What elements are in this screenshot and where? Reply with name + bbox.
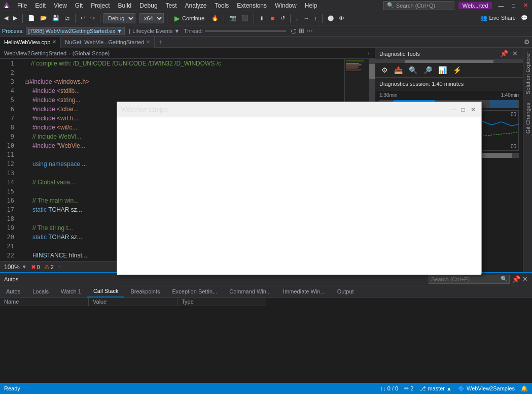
diag-settings2-btn[interactable]: ⚡	[451, 65, 464, 75]
toolbar-save-all[interactable]: 🗂	[62, 13, 72, 24]
lifecycle-btn[interactable]: |	[129, 28, 130, 34]
tab-autos[interactable]: Autos	[0, 285, 26, 298]
tab-watch1[interactable]: Watch 1	[55, 285, 87, 298]
menu-git[interactable]: Git	[71, 1, 87, 10]
menu-debug[interactable]: Debug	[135, 1, 161, 10]
menu-file[interactable]: File	[13, 1, 31, 10]
tab-nuget[interactable]: NuGet: WebVie...GettingStarted ✕	[61, 37, 155, 48]
error-filter-btn[interactable]: ↑	[58, 264, 61, 270]
process-dropdown[interactable]: [7988] WebView2GettingStarted.ex ▼	[26, 27, 125, 35]
autos-search-input[interactable]	[429, 275, 510, 284]
git-changes-tab[interactable]: Git Changes	[524, 98, 532, 138]
diag-pin-btn[interactable]: 📌	[499, 49, 509, 58]
continue-button[interactable]: ▶ Continue	[170, 13, 208, 23]
minimize-btn[interactable]: —	[496, 0, 506, 11]
debug-mode-dropdown[interactable]: Debug	[103, 13, 135, 23]
toolbar-open[interactable]: 📂	[38, 13, 49, 24]
toolbar-forward[interactable]: ▶	[11, 13, 19, 24]
call-stack-area[interactable]	[266, 298, 532, 394]
search-box[interactable]: 🔍 Search (Ctrl+Q)	[383, 1, 454, 10]
toolbar-icon3[interactable]: ⋯	[306, 27, 313, 35]
error-count[interactable]: ✖ 0	[31, 264, 40, 271]
error-icon: ✖	[31, 264, 36, 271]
close-btn[interactable]: ✕	[521, 0, 530, 11]
tab-nuget-close[interactable]: ✕	[146, 39, 150, 45]
architecture-dropdown[interactable]: x64	[139, 13, 164, 23]
live-share-btn[interactable]: 👥 Live Share	[478, 13, 518, 24]
toolbar-icon2[interactable]: ⊞	[299, 27, 304, 35]
breadcrumb-add[interactable]: +	[367, 49, 371, 57]
new-tab-btn[interactable]: +	[155, 39, 166, 46]
toolbar-save[interactable]: 💾	[50, 13, 61, 24]
stop-btn[interactable]: ⏹	[268, 13, 277, 24]
toolbar-icon1[interactable]: ⭯	[290, 27, 297, 35]
tab-locals[interactable]: Locals	[26, 285, 55, 298]
step-out[interactable]: ↑	[312, 13, 320, 24]
editor-tab-bar: HelloWebView.cpp ✕ NuGet: WebVie...Getti…	[0, 37, 532, 48]
step-into[interactable]: ↓	[294, 13, 301, 24]
toolbar-back[interactable]: ◀	[2, 13, 10, 24]
tab-hellowebview-label: HelloWebView.cpp	[4, 39, 50, 45]
webview-maximize-btn[interactable]: □	[459, 106, 467, 114]
warning-count[interactable]: ⚠ 2	[44, 264, 54, 271]
tab-hellowebview[interactable]: HelloWebView.cpp ✕	[0, 37, 61, 48]
diag-close-btn[interactable]: ✕	[511, 49, 519, 58]
breakpoints-btn[interactable]: ⬤	[326, 13, 336, 24]
status-branch[interactable]: ⎇ master ▲	[419, 385, 452, 392]
restart-btn[interactable]: ↺	[278, 13, 287, 24]
menu-build[interactable]: Build	[114, 1, 136, 10]
diag-export-btn[interactable]: 📤	[392, 65, 405, 75]
zoom-control[interactable]: 100% ▼	[4, 264, 27, 271]
watch-btn[interactable]: 👁	[337, 13, 346, 24]
diag-chart-btn[interactable]: 📊	[436, 65, 449, 75]
menu-analyze[interactable]: Analyze	[181, 1, 211, 10]
tab-exception-settings[interactable]: Exception Settin...	[166, 285, 224, 298]
thread-dropdown[interactable]	[205, 30, 286, 32]
menu-edit[interactable]: Edit	[31, 1, 50, 10]
menu-extensions[interactable]: Extensions	[233, 1, 271, 10]
toolbar-redo[interactable]: ↪	[88, 13, 97, 24]
breadcrumb-project[interactable]: WebView2GettingStarted	[4, 50, 66, 56]
menu-tools[interactable]: Tools	[210, 1, 233, 10]
menu-window[interactable]: Window	[271, 1, 301, 10]
tab-command-window[interactable]: Command Win...	[223, 285, 277, 298]
toolbar-new[interactable]: 📄	[26, 13, 37, 24]
tab-settings-btn[interactable]: ⚙	[522, 38, 532, 46]
tab-breakpoints[interactable]: Breakpoints	[124, 285, 166, 298]
tab-immediate-window[interactable]: Immediate Win...	[277, 285, 331, 298]
menu-project[interactable]: Project	[87, 1, 114, 10]
col-type: Type	[177, 298, 266, 306]
menu-help[interactable]: Help	[301, 1, 322, 10]
toolbar-step2[interactable]: ⬛	[239, 13, 251, 24]
step-over[interactable]: →	[302, 13, 311, 24]
account-badge[interactable]: Web...rted	[458, 2, 492, 9]
diag-settings-btn[interactable]: ⚙	[379, 65, 390, 75]
solution-explorer-tab[interactable]: Solution Explorer	[524, 48, 532, 98]
diag-scroll-indicator	[375, 60, 523, 63]
autos-pin-btn[interactable]: 📌	[512, 275, 520, 283]
tab-callstack[interactable]: Call Stack	[87, 285, 125, 298]
autos-close-btn[interactable]: ✕	[522, 275, 528, 283]
menu-test[interactable]: Test	[162, 1, 181, 10]
status-notification[interactable]: 🔔	[521, 385, 528, 392]
zoom-dropdown-icon: ▼	[22, 264, 27, 270]
webview-minimize-btn[interactable]: —	[449, 106, 457, 114]
toolbar-step-camera[interactable]: 📷	[227, 13, 238, 24]
toolbar-undo[interactable]: ↩	[79, 13, 87, 24]
webview-close-btn[interactable]: ✕	[469, 106, 477, 114]
toolbar: ◀ ▶ 📄 📂 💾 🗂 ↩ ↪ Debug x64 ▶ Continue 🔥 📷…	[0, 11, 532, 25]
lifecycle-events[interactable]: Lifecycle Events ▼	[132, 28, 180, 34]
tab-output[interactable]: Output	[331, 285, 360, 298]
status-solution[interactable]: 🔷 WebView2Samples	[458, 385, 515, 392]
diag-zoom-out-btn[interactable]: 🔎	[421, 65, 434, 75]
autos-table-area[interactable]: Name Value Type	[0, 298, 266, 394]
breadcrumb-scope[interactable]: (Global Scope)	[73, 50, 110, 56]
fire-btn[interactable]: 🔥	[209, 13, 221, 24]
tab-hellowebview-close[interactable]: ✕	[52, 39, 56, 45]
maximize-btn[interactable]: □	[510, 0, 517, 11]
diag-zoom-in-btn[interactable]: 🔍	[407, 65, 419, 75]
feedback-btn[interactable]: 💬	[519, 13, 530, 24]
pause-btn[interactable]: ⏸	[257, 13, 267, 24]
menu-bar: File Edit View Git Project Build Debug T…	[0, 0, 532, 11]
menu-view[interactable]: View	[50, 1, 71, 10]
